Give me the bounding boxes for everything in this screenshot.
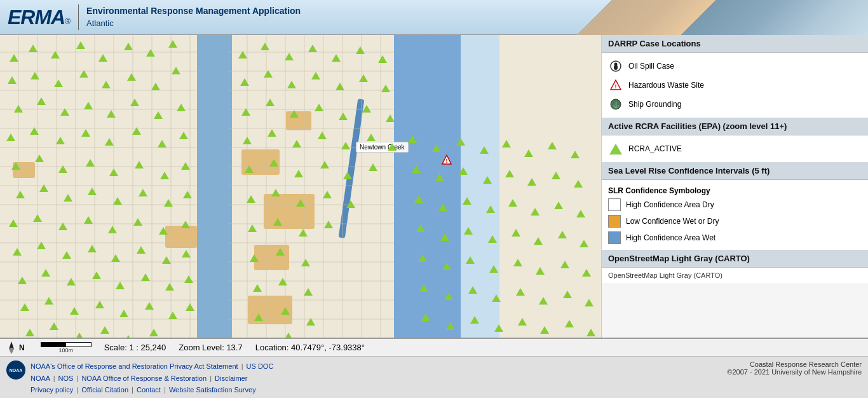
tri-map-marker [137, 246, 146, 254]
tri-map-marker [264, 70, 273, 78]
tri-map-marker [343, 172, 352, 179]
tri-map-marker [386, 114, 395, 122]
header: ERMA ® Environmental Response Management… [0, 0, 868, 35]
tri-map-marker [184, 275, 193, 283]
tri-map-marker [58, 223, 67, 230]
tri-map-marker [158, 140, 166, 148]
tri-map-marker [438, 203, 447, 211]
tri-map-marker [456, 138, 465, 146]
tri-map-marker [151, 83, 160, 90]
hazard-icon: ! [608, 78, 623, 93]
tri-map-marker [261, 43, 269, 50]
tri-map-marker [582, 269, 591, 277]
tri-map-marker [287, 81, 296, 88]
tri-map-marker [527, 178, 536, 186]
tri-map-marker [516, 288, 525, 296]
tri-map-marker [54, 79, 63, 87]
tri-map-marker [304, 288, 313, 296]
scale-line-visual: 100m [41, 342, 92, 353]
tri-map-marker [6, 134, 15, 141]
tri-map-marker [182, 250, 191, 257]
tri-map-marker [113, 197, 122, 205]
tri-map-marker [183, 191, 192, 198]
tri-map-marker [552, 172, 560, 179]
tri-map-marker [100, 326, 109, 334]
tri-map-marker [412, 165, 421, 173]
tri-map-marker [489, 265, 498, 273]
tri-map-marker [84, 216, 93, 224]
tri-map-marker [480, 146, 489, 154]
privacy-policy-link[interactable]: Privacy policy [31, 386, 73, 394]
tri-map-marker [240, 78, 249, 86]
tri-map-marker [81, 129, 90, 137]
legend-item-oil-spill: Oil Spill Case [608, 57, 862, 76]
hazard-marker[interactable]: ! [442, 154, 452, 165]
tri-map-marker [146, 49, 155, 57]
tri-map-marker [92, 271, 101, 279]
survey-link[interactable]: Website Satisfaction Survey [169, 386, 256, 394]
disclaimer-link[interactable]: Disclaimer [215, 374, 247, 382]
tri-map-marker [247, 195, 255, 203]
tri-map-marker [554, 202, 563, 209]
tri-map-marker [95, 301, 104, 308]
tri-map-marker [111, 254, 120, 262]
citation-link[interactable]: Official Citation [81, 386, 128, 394]
tri-map-marker [311, 72, 320, 79]
tri-map-marker [432, 144, 441, 152]
tri-map-marker [381, 85, 390, 92]
tri-map-marker [44, 297, 53, 305]
tri-map-marker [513, 259, 522, 266]
tri-map-marker [435, 174, 444, 181]
tri-map-marker [11, 162, 20, 170]
tri-map-marker [18, 277, 27, 284]
tri-map-marker [9, 219, 18, 227]
tri-map-marker [29, 45, 37, 52]
tri-map-marker [502, 140, 511, 148]
tri-map-marker [508, 199, 517, 207]
erma-logo[interactable]: ERMA ® [8, 6, 71, 29]
tri-map-marker [281, 307, 290, 315]
tri-map-marker [468, 286, 477, 294]
privacy-act-link[interactable]: NOAA's Office of Response and Restoratio… [31, 362, 238, 370]
tri-map-marker [88, 188, 97, 195]
tri-map-marker [571, 151, 580, 158]
tri-map-marker [168, 40, 177, 48]
main-content: Newtown Creek ! [0, 35, 868, 338]
tri-map-marker [41, 269, 50, 277]
tri-map-marker [58, 165, 67, 173]
svg-text:⚓: ⚓ [613, 101, 620, 109]
footer-links: NOAA NOAA's Office of Response and Resto… [0, 357, 868, 398]
slr-section-content: SLR Confidence Symbology High Confidence… [602, 180, 868, 250]
credit-line2: ©2007 - 2021 University of New Hampshire [727, 368, 862, 376]
tri-map-marker [102, 81, 111, 88]
tri-map-marker [416, 224, 425, 232]
tri-map-marker [505, 170, 514, 177]
tri-map-marker [31, 72, 39, 79]
app-title-line2: Atlantic [86, 18, 301, 29]
contact-link[interactable]: Contact [137, 386, 161, 394]
us-doc-link[interactable]: US DOC [247, 362, 274, 370]
tri-map-marker [25, 329, 34, 336]
tri-map-marker [154, 111, 163, 119]
map-area[interactable]: Newtown Creek ! [0, 35, 601, 338]
tri-map-marker [266, 99, 275, 106]
noaa-link[interactable]: NOAA [31, 374, 50, 382]
tri-map-marker [132, 127, 141, 135]
tri-map-marker [341, 142, 350, 149]
tri-map-marker [133, 218, 142, 226]
tri-map-marker [356, 46, 365, 54]
tri-map-marker [464, 227, 473, 235]
nos-link[interactable]: NOS [58, 374, 74, 382]
svg-text:!: ! [446, 158, 448, 164]
scale-line [41, 342, 92, 347]
tri-map-marker [139, 189, 147, 196]
tri-map-marker [88, 245, 97, 252]
tri-map-marker [37, 97, 46, 105]
tri-map-marker [367, 134, 376, 141]
footer-left-links: NOAA's Office of Response and Restoratio… [31, 360, 273, 396]
tri-map-marker [315, 104, 323, 111]
tri-map-marker [30, 127, 39, 135]
tri-map-marker [269, 159, 278, 167]
header-divider [78, 4, 79, 30]
orr-link[interactable]: NOAA Office of Response & Restoration [81, 374, 207, 382]
